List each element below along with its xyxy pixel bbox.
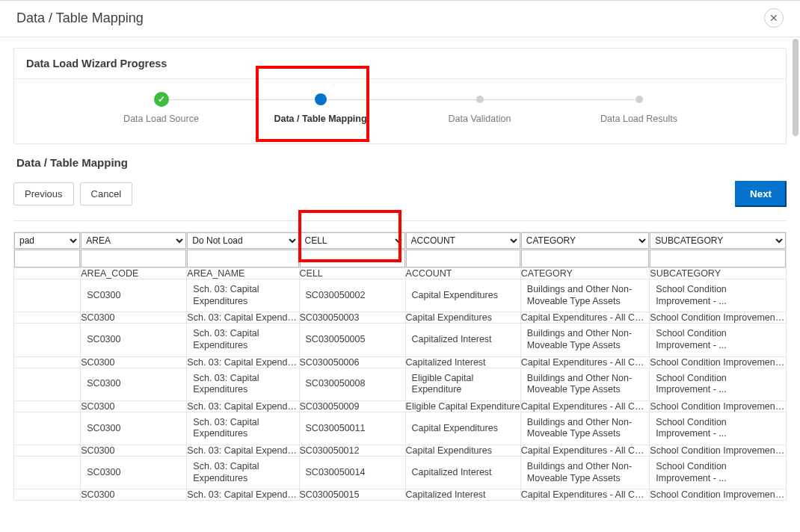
row-area-code: SC0300 <box>81 324 187 356</box>
filter-input-subcategory[interactable] <box>650 250 786 267</box>
row-cell: SC030050002 <box>299 279 405 312</box>
row-blank <box>14 412 81 445</box>
col-label-subcategory: SUBCATEGORY <box>650 268 787 279</box>
table-row[interactable]: SC0300Sch. 03: Capital ExpendituresSC030… <box>14 457 787 489</box>
table-row[interactable]: SC0300Sch. 03: Capital ExpendituresSC030… <box>14 489 787 501</box>
filter-input-account[interactable] <box>406 250 520 267</box>
table-row[interactable]: SC0300Sch. 03: Capital ExpendituresSC030… <box>14 324 787 356</box>
dialog-title: Data / Table Mapping <box>16 10 144 26</box>
row-blank <box>14 312 81 324</box>
row-subcategory: School Condition Improvement - ... <box>650 457 787 489</box>
col-map-select-category[interactable]: CATEGORY <box>521 232 650 249</box>
wizard-progress-card: Data Load Wizard Progress Data Load Sour… <box>13 48 787 144</box>
row-area-name: Sch. 03: Capital Expenditures <box>187 368 299 400</box>
row-subcategory: School Condition Improvement - ... <box>650 312 787 324</box>
dialog-title-bar: Data / Table Mapping ✕ <box>0 0 800 37</box>
col-map-select-account[interactable]: ACCOUNT <box>406 232 520 249</box>
col-label-account: ACCOUNT <box>405 268 520 279</box>
row-area-code: SC0300 <box>81 412 187 445</box>
row-cell: SC030050014 <box>299 457 405 489</box>
row-category: Capital Expenditures - All Categori... <box>520 356 650 368</box>
row-area-name: Sch. 03: Capital Expenditures <box>187 279 299 312</box>
step-label: Data / Table Mapping <box>274 114 366 124</box>
row-area-name: Sch. 03: Capital Expenditures <box>187 445 299 457</box>
wizard-progress-steps: Data Load Source Data / Table Mapping Da… <box>14 79 786 143</box>
wizard-progress-title: Data Load Wizard Progress <box>14 49 786 79</box>
row-account: Eligible Capital Expenditure <box>405 400 520 412</box>
col-map-select-cell[interactable]: CELL <box>300 232 405 249</box>
row-category: Buildings and Other Non-Moveable Type As… <box>520 324 650 356</box>
filter-input-cell[interactable] <box>300 250 405 267</box>
page-scrollbar-thumb[interactable] <box>793 39 799 136</box>
filter-input-area[interactable] <box>81 250 186 267</box>
row-subcategory: School Condition Improvement - ... <box>650 356 787 368</box>
row-category: Buildings and Other Non-Moveable Type As… <box>520 368 650 400</box>
pending-step-icon <box>476 96 484 103</box>
row-category: Capital Expenditures - All Categori... <box>520 489 650 501</box>
col-label-cell: CELL <box>299 268 405 279</box>
table-row[interactable]: SC0300Sch. 03: Capital ExpendituresSC030… <box>14 312 787 324</box>
row-subcategory: School Condition Improvement - ... <box>650 445 787 457</box>
row-area-code: SC0300 <box>81 445 187 457</box>
row-area-code: SC0300 <box>81 489 187 501</box>
row-blank <box>14 324 81 356</box>
filter-input-0[interactable] <box>14 250 80 267</box>
col-label-area-code: AREA_CODE <box>81 268 187 279</box>
row-blank <box>14 457 81 489</box>
row-category: Capital Expenditures - All Categori... <box>520 400 650 412</box>
row-subcategory: School Condition Improvement - ... <box>650 489 787 501</box>
row-area-code: SC0300 <box>81 312 187 324</box>
close-button[interactable]: ✕ <box>764 8 784 28</box>
row-account: Capitalized Interest <box>405 457 520 489</box>
filter-input-areaname[interactable] <box>187 250 298 267</box>
cancel-button[interactable]: Cancel <box>80 182 132 205</box>
row-area-code: SC0300 <box>81 368 187 400</box>
check-icon <box>154 92 169 107</box>
row-area-name: Sch. 03: Capital Expenditures <box>187 489 299 501</box>
row-cell: SC030050006 <box>299 356 405 368</box>
row-subcategory: School Condition Improvement - ... <box>650 279 787 312</box>
col-map-select-subcategory[interactable]: SUBCATEGORY <box>650 232 786 249</box>
row-cell: SC030050011 <box>299 412 405 445</box>
filter-input-category[interactable] <box>521 250 650 267</box>
row-area-name: Sch. 03: Capital Expenditures <box>187 400 299 412</box>
row-account: Capitalized Interest <box>405 489 520 501</box>
step-label: Data Validation <box>449 114 511 124</box>
previous-button[interactable]: Previous <box>13 182 74 205</box>
row-category: Buildings and Other Non-Moveable Type As… <box>520 457 650 489</box>
current-step-icon <box>315 93 327 105</box>
row-blank <box>14 356 81 368</box>
table-row[interactable]: SC0300Sch. 03: Capital ExpendituresSC030… <box>14 412 787 445</box>
row-area-name: Sch. 03: Capital Expenditures <box>187 457 299 489</box>
row-account: Capital Expenditures <box>405 445 520 457</box>
table-row[interactable]: SC0300Sch. 03: Capital ExpendituresSC030… <box>14 356 787 368</box>
table-row[interactable]: SC0300Sch. 03: Capital ExpendituresSC030… <box>14 445 787 457</box>
row-blank <box>14 400 81 412</box>
row-area-code: SC0300 <box>81 400 187 412</box>
table-row[interactable]: SC0300Sch. 03: Capital ExpendituresSC030… <box>14 368 787 400</box>
section-title: Data / Table Mapping <box>13 144 787 173</box>
col-map-select-donotload[interactable]: Do Not Load <box>187 232 298 249</box>
col-map-select-area[interactable]: AREA <box>81 232 186 249</box>
col-map-select-0[interactable]: pad <box>14 232 80 249</box>
row-area-name: Sch. 03: Capital Expenditures <box>187 312 299 324</box>
next-button[interactable]: Next <box>735 181 787 207</box>
table-row[interactable]: SC0300Sch. 03: Capital ExpendituresSC030… <box>14 400 787 412</box>
row-account: Capitalized Interest <box>405 324 520 356</box>
row-blank <box>14 368 81 400</box>
close-icon: ✕ <box>769 12 778 24</box>
row-cell: SC030050008 <box>299 368 405 400</box>
row-cell: SC030050009 <box>299 400 405 412</box>
row-cell: SC030050003 <box>299 312 405 324</box>
column-map-select-row: pad AREA Do Not Load CELL ACCOUNT CATEGO… <box>14 232 787 250</box>
row-category: Capital Expenditures - All Categori... <box>520 445 650 457</box>
row-category: Buildings and Other Non-Moveable Type As… <box>520 412 650 445</box>
row-subcategory: School Condition Improvement - ... <box>650 368 787 400</box>
row-area-name: Sch. 03: Capital Expenditures <box>187 412 299 445</box>
row-subcategory: School Condition Improvement - ... <box>650 412 787 445</box>
row-category: Buildings and Other Non-Moveable Type As… <box>520 279 650 312</box>
row-subcategory: School Condition Improvement - ... <box>650 324 787 356</box>
row-area-code: SC0300 <box>81 356 187 368</box>
table-row[interactable]: SC0300Sch. 03: Capital ExpendituresSC030… <box>14 279 787 312</box>
step-label: Data Load Source <box>123 114 199 124</box>
